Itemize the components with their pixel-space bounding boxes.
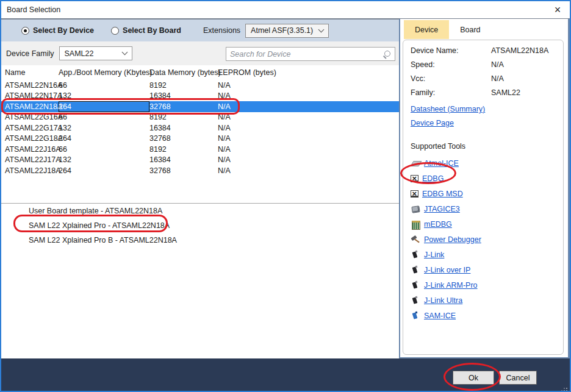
column-header[interactable]: Data Memory (bytes) — [149, 68, 218, 77]
edbg-msd-icon — [411, 190, 418, 198]
samice-icon — [411, 312, 420, 319]
device-links: Datasheet (Summary)Device Page — [411, 105, 557, 127]
device-table: NameApp./Boot Memory (Kbytes)Data Memory… — [1, 65, 399, 203]
tab-device[interactable]: Device — [404, 20, 449, 39]
table-row[interactable]: ATSAML22N16A668192N/A — [1, 80, 399, 91]
field-value: ATSAML22N18A — [491, 46, 557, 55]
table-cell: ATSAML22N18A — [1, 102, 59, 111]
column-header[interactable]: EEPROM (bytes) — [218, 68, 399, 77]
table-cell: 16384 — [149, 91, 218, 100]
board-list-item[interactable]: SAM L22 Xplained Pro - ATSAML22N18A — [29, 221, 170, 230]
table-cell: N/A — [218, 81, 399, 90]
column-header[interactable]: Name — [1, 68, 59, 77]
medbg-link[interactable]: mEDBG — [424, 220, 452, 229]
table-cell: ATSAML22J16A — [1, 145, 59, 154]
board-list-item[interactable]: SAM L22 Xplained Pro B - ATSAML22N18A — [29, 235, 177, 245]
jlink-icon — [411, 296, 420, 304]
power-debugger-link[interactable]: Power Debugger — [424, 235, 481, 244]
edbg-msd-link[interactable]: EDBG MSD — [422, 190, 463, 198]
field-label: Vcc: — [411, 74, 491, 83]
table-cell: 16384 — [149, 155, 218, 164]
column-header[interactable]: App./Boot Memory (Kbytes) — [59, 68, 149, 77]
title-bar: Board Selection × — [1, 1, 570, 18]
table-cell: ATSAML22N16A — [1, 81, 59, 90]
tool-row: EDBG MSD — [411, 186, 557, 201]
selector-bar: Select By Device Select By Board Extensi… — [1, 20, 399, 41]
table-row[interactable]: ATSAML22J17A13216384N/A — [1, 155, 399, 166]
ok-button[interactable]: Ok — [453, 371, 494, 385]
table-row[interactable]: ATSAML22N17A13216384N/A — [1, 91, 399, 102]
select-by-device-label: Select By Device — [33, 26, 94, 35]
select-by-device-radio[interactable] — [21, 27, 29, 35]
tab-board[interactable]: Board — [449, 20, 491, 39]
board-list-item[interactable]: User Board template - ATSAML22N18A — [29, 206, 162, 216]
select-by-board-label: Select By Board — [123, 26, 181, 35]
table-cell: ATSAML22G16A — [1, 113, 59, 121]
atmel-ice-icon — [411, 159, 420, 167]
select-by-board-radio[interactable] — [111, 27, 119, 35]
supported-tools-label: Supported Tools — [411, 142, 557, 151]
details-tabs: DeviceBoard — [404, 20, 492, 39]
device-family-dropdown[interactable]: SAML22 — [59, 46, 132, 60]
cancel-button[interactable]: Cancel — [499, 371, 537, 385]
supported-tools-list: Atmel-ICEEDBGEDBG MSDJTAGICE3mEDBGPower … — [411, 155, 557, 323]
table-cell: N/A — [218, 145, 399, 154]
j-link-ultra-link[interactable]: J-Link Ultra — [424, 296, 462, 305]
table-cell: 264 — [59, 101, 149, 112]
table-row[interactable]: ATSAML22N18A26432768N/A — [1, 101, 399, 112]
table-row[interactable]: ATSAML22J18A26432768N/A — [1, 165, 399, 176]
table-cell: 132 — [59, 124, 149, 132]
device-family-label: Device Family — [6, 49, 54, 58]
search-input[interactable] — [226, 48, 382, 60]
extensions-value: Atmel ASF(3.35.1) — [251, 26, 313, 35]
table-cell: N/A — [218, 166, 399, 175]
table-cell: ATSAML22J18A — [1, 166, 59, 175]
table-cell: 32768 — [149, 102, 218, 111]
jtagice3-icon — [411, 205, 420, 213]
sam-ice-link[interactable]: SAM-ICE — [424, 312, 456, 320]
resize-grip[interactable] — [566, 388, 567, 389]
table-row[interactable]: ATSAML22J16A668192N/A — [1, 144, 399, 155]
power-debugger-icon — [411, 235, 420, 243]
dialog-title: Board Selection — [7, 5, 60, 14]
extensions-label: Extensions — [203, 26, 240, 35]
close-icon[interactable]: × — [550, 2, 565, 17]
table-cell: 16384 — [149, 124, 218, 132]
table-row[interactable]: ATSAML22G18A26432768N/A — [1, 134, 399, 144]
table-cell: 32768 — [149, 166, 218, 175]
table-cell: 8192 — [149, 113, 218, 121]
tool-row: EDBG — [411, 171, 557, 186]
device-family-value: SAML22 — [65, 49, 94, 58]
chevron-down-icon — [121, 49, 127, 55]
j-link-arm-pro-link[interactable]: J-Link ARM-Pro — [424, 281, 478, 290]
table-cell: 66 — [59, 81, 149, 90]
jtagice3-link[interactable]: JTAGICE3 — [424, 205, 460, 213]
j-link-link[interactable]: J-Link — [424, 251, 444, 259]
table-row[interactable]: ATSAML22G16A668192N/A — [1, 112, 399, 123]
table-cell: N/A — [218, 134, 399, 143]
device-page-link[interactable]: Device Page — [411, 119, 454, 127]
edbg-link[interactable]: EDBG — [422, 174, 444, 183]
device-fields: Device Name:ATSAML22N18ASpeed:N/AVcc:N/A… — [411, 45, 557, 97]
board-template-list: User Board template - ATSAML22N18ASAM L2… — [1, 204, 399, 358]
field-label: Speed: — [411, 60, 491, 69]
tool-row: J-Link ARM-Pro — [411, 277, 557, 293]
medbg-icon — [411, 220, 420, 228]
device-table-header: NameApp./Boot Memory (Kbytes)Data Memory… — [1, 65, 399, 80]
table-cell: 132 — [59, 91, 149, 100]
table-cell: 32768 — [149, 134, 218, 143]
field-label: Family: — [411, 88, 491, 97]
table-cell: 66 — [59, 113, 149, 121]
tool-row: Atmel-ICE — [411, 155, 557, 171]
table-cell: 8192 — [149, 145, 218, 154]
extensions-dropdown[interactable]: Atmel ASF(3.35.1) — [245, 24, 329, 38]
table-cell: ATSAML22G18A — [1, 134, 59, 143]
table-cell: 8192 — [149, 81, 218, 90]
search-icon[interactable] — [382, 49, 392, 59]
table-row[interactable]: ATSAML22G17A13216384N/A — [1, 123, 399, 134]
footer-bar: Ok Cancel — [1, 358, 570, 391]
table-cell: 264 — [59, 134, 149, 143]
datasheet-summary--link[interactable]: Datasheet (Summary) — [411, 105, 485, 113]
atmel-ice-link[interactable]: Atmel-ICE — [424, 159, 459, 168]
j-link-over-ip-link[interactable]: J-Link over IP — [424, 266, 470, 274]
